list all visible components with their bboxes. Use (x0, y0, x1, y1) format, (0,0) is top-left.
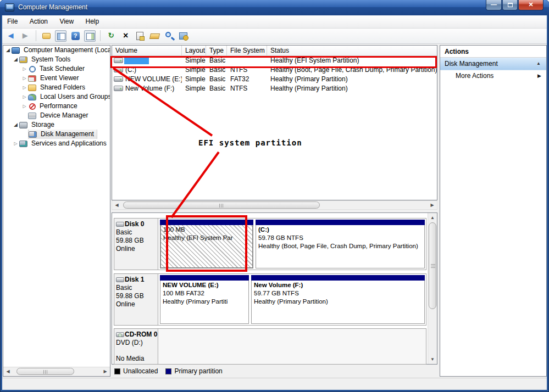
partition-efi[interactable]: 100 MB Healthy (EFI System Par (160, 220, 253, 268)
tree-item-computer-management[interactable]: ◢ Computer Management (Local (3, 46, 110, 55)
volume-list-horizontal-scrollbar[interactable]: ◀ ▶ (112, 200, 437, 210)
help-icon[interactable]: ? (70, 30, 81, 42)
disk-0-label[interactable]: Disk 0 Basic 59.88 GB Online (114, 219, 158, 270)
column-header-status[interactable]: Status (267, 46, 437, 55)
drive-icon (114, 76, 123, 82)
show-action-pane-icon[interactable] (84, 30, 96, 42)
tree-item-shared-folders[interactable]: ▷ Shared Folders (3, 83, 110, 92)
expander-icon[interactable]: ◢ (12, 55, 19, 64)
volume-row-c[interactable]: (C:) Simple Basic NTFS Healthy (Boot, Pa… (112, 65, 437, 75)
system-tools-icon (19, 57, 27, 63)
refresh-icon[interactable]: ↻ (106, 30, 117, 42)
collapse-icon[interactable]: ▲ (536, 58, 541, 70)
unallocated-color-swatch (114, 368, 120, 374)
tree-item-local-users-and-groups[interactable]: ▷ Local Users and Groups (3, 92, 110, 102)
tree-item-storage[interactable]: ◢ Storage (3, 120, 110, 130)
menu-file[interactable]: File (2, 15, 23, 28)
forward-icon[interactable]: ▶ (19, 30, 31, 42)
scroll-down-icon[interactable]: ▼ (429, 355, 436, 363)
disk-1-label[interactable]: Disk 1 Basic 59.88 GB Online (114, 274, 158, 325)
tree-item-system-tools[interactable]: ◢ System Tools (3, 55, 110, 64)
expander-icon[interactable]: ▷ (21, 102, 28, 111)
volume-row-f[interactable]: New Volume (F:) Simple Basic NTFS Health… (112, 84, 437, 93)
scroll-up-icon[interactable]: ▲ (429, 214, 436, 222)
back-icon[interactable]: ◀ (5, 30, 16, 42)
scroll-left-icon[interactable]: ◀ (113, 201, 121, 209)
tree-item-performance[interactable]: ▷ Performance (3, 102, 110, 111)
scrollbar-thumb[interactable] (123, 201, 320, 209)
drive-icon (114, 58, 123, 63)
tree-item-disk-management[interactable]: Disk Management (3, 130, 110, 139)
disk-management-icon (29, 131, 37, 138)
menu-action[interactable]: Action (25, 15, 53, 28)
primary-partition-bar (160, 275, 249, 281)
column-header-file-system[interactable]: File System (227, 46, 267, 55)
tree-item-device-manager[interactable]: Device Manager (3, 111, 110, 120)
selected-tree-item: Disk Management (28, 130, 97, 139)
delete-icon[interactable]: × (120, 30, 131, 42)
properties-icon[interactable] (134, 30, 146, 42)
close-button[interactable]: ✕ (518, 0, 544, 10)
storage-icon (19, 122, 27, 128)
expander-icon[interactable]: ▷ (21, 92, 28, 102)
expander-icon[interactable]: ◢ (4, 46, 12, 55)
minimize-button[interactable]: — (486, 0, 502, 10)
menu-help[interactable]: Help (81, 15, 104, 28)
volume-row-e[interactable]: NEW VOLUME (E:) Simple Basic FAT32 Healt… (112, 75, 437, 84)
manage-computer-icon[interactable] (178, 30, 189, 42)
legend-primary-partition: Primary partition (165, 367, 222, 375)
cdrom-icon (116, 332, 124, 337)
partition-f[interactable]: New Volume (F:) 59.77 GB NTFS Healthy (P… (251, 275, 425, 324)
maximize-icon (508, 3, 513, 7)
show-console-tree-icon[interactable] (55, 30, 66, 42)
maximize-button[interactable] (502, 0, 518, 10)
tree-item-services-and-applications[interactable]: ▷ Services and Applications (3, 139, 110, 148)
expander-icon[interactable]: ▷ (21, 64, 28, 74)
shared-folders-icon (28, 85, 36, 91)
actions-section-disk-management[interactable]: Disk Management ▲ (440, 58, 546, 70)
expander-icon[interactable]: ▷ (12, 139, 19, 148)
column-header-volume[interactable]: Volume (112, 46, 182, 55)
menu-view[interactable]: View (54, 15, 79, 28)
services-applications-icon (19, 141, 27, 147)
tree-horizontal-scrollbar[interactable]: ◀ ▶ (3, 367, 110, 376)
scroll-left-icon[interactable]: ◀ (4, 368, 12, 375)
expander-icon[interactable]: ▷ (21, 83, 28, 92)
scroll-right-icon[interactable]: ▶ (428, 201, 436, 209)
disk-1-row: Disk 1 Basic 59.88 GB Online NEW VOLUME … (114, 273, 426, 326)
primary-partition-bar (251, 275, 425, 281)
tree-item-task-scheduler[interactable]: ▷ Task Scheduler (3, 64, 110, 74)
disk-icon (116, 222, 124, 227)
column-header-layout[interactable]: Layout (182, 46, 206, 55)
title-bar[interactable]: Computer Management — ✕ (0, 0, 549, 15)
expander-icon[interactable]: ▷ (21, 74, 28, 83)
scroll-right-icon[interactable]: ▶ (101, 368, 109, 375)
legend-unallocated: Unallocated (114, 367, 158, 375)
partition-e[interactable]: NEW VOLUME (E:) 100 MB FAT32 Healthy (Pr… (160, 275, 249, 324)
volume-list-header: Volume Layout Type File System Status (112, 46, 437, 56)
partition-c[interactable]: (C:) 59.78 GB NTFS Healthy (Boot, Page F… (256, 220, 425, 268)
expander-icon[interactable]: ◢ (12, 120, 19, 130)
open-icon[interactable] (149, 30, 160, 42)
actions-pane: Actions Disk Management ▲ More Actions ▶ (440, 45, 547, 377)
event-viewer-icon (28, 75, 36, 82)
disk-view-vertical-scrollbar[interactable]: ▲ ▼ (428, 213, 437, 364)
column-header-type[interactable]: Type (206, 46, 227, 55)
tree-item-event-viewer[interactable]: ▷ Event Viewer (3, 74, 110, 83)
primary-partition-bar (160, 220, 253, 225)
cdrom-0-row: CD-ROM 0 DVD (D:) No Media (114, 328, 426, 365)
menu-bar: File Action View Help (2, 15, 547, 29)
find-icon[interactable] (163, 30, 175, 42)
computer-management-app-icon (5, 3, 14, 12)
volume-row-efi[interactable]: Simple Basic Healthy (EFI System Partiti… (112, 56, 437, 65)
main-content: ◢ Computer Management (Local ◢ System To… (2, 44, 547, 378)
export-list-icon[interactable] (41, 30, 52, 42)
more-actions-item[interactable]: More Actions ▶ (440, 70, 546, 82)
scrollbar-thumb[interactable] (429, 222, 436, 309)
computer-management-icon (12, 47, 20, 54)
primary-partition-color-swatch (165, 368, 171, 374)
actions-header: Actions (440, 46, 546, 58)
cdrom-0-label[interactable]: CD-ROM 0 DVD (D:) No Media (114, 329, 158, 364)
window-title: Computer Management (18, 0, 87, 15)
scrollbar-thumb[interactable] (16, 368, 74, 375)
